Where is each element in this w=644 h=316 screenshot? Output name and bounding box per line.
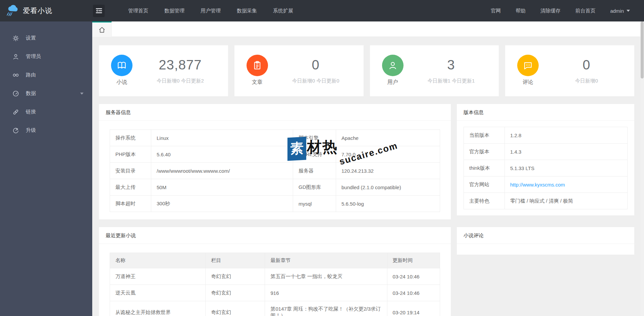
stat-sub: 今日新增0 xyxy=(549,78,624,84)
sidebar-item-upgrade[interactable]: 升级 xyxy=(0,121,92,140)
article-icon xyxy=(247,55,268,76)
official-site-link[interactable]: http://www.kyxscms.com xyxy=(510,182,565,188)
novel-update-time: 03-20 19:14 xyxy=(387,301,440,316)
cell-label: 安装目录 xyxy=(110,163,151,179)
novel-category: 奇幻玄幻 xyxy=(206,285,265,301)
stat-label: 文章 xyxy=(247,79,268,86)
sidebar-item-label: 升级 xyxy=(26,127,36,134)
column-header: 最新章节 xyxy=(265,253,387,268)
panel-title: 服务器信息 xyxy=(99,104,451,121)
cell-label: 官方网站 xyxy=(464,176,505,193)
cell-label: think版本 xyxy=(464,160,505,176)
cell-value: 120.24.213.32 xyxy=(336,163,440,179)
novel-name: 逆天云凰 xyxy=(110,285,206,301)
stat-card-novels: 小说 23,877 今日新增0 今日更新2 xyxy=(99,45,228,96)
column-header: 名称 xyxy=(110,253,206,268)
cell-label: mysql xyxy=(293,196,336,212)
version-info-table: 当前版本 1.2.8 官方版本 1.4.3 think版本 5.1.33 LTS xyxy=(464,127,628,209)
sidebar-item-label: 设置 xyxy=(26,35,36,41)
gear-icon xyxy=(12,35,19,42)
stat-value: 0 xyxy=(549,57,624,72)
cell-label: 主要特色 xyxy=(464,193,505,209)
data-gauge-icon xyxy=(12,90,19,97)
upgrade-icon xyxy=(12,127,19,134)
menu-item-sys-extend[interactable]: 系统扩展 xyxy=(265,0,301,21)
stat-label: 评论 xyxy=(517,79,539,86)
scrollbar-thumb[interactable] xyxy=(641,21,644,78)
chevron-down-icon xyxy=(80,93,84,95)
table-row[interactable]: 逆天云凰 奇幻玄幻 916 03-24 10:46 xyxy=(110,285,440,301)
chevron-down-icon xyxy=(627,10,630,12)
tab-home[interactable] xyxy=(92,21,112,37)
stat-value: 23,877 xyxy=(143,57,218,72)
username: admin xyxy=(610,8,624,14)
cell-value: 300秒 xyxy=(151,196,293,212)
navbar-right: 官网 帮助 清除缓存 前台首页 admin xyxy=(483,0,644,21)
cell-value: 5.6.40 xyxy=(151,146,293,163)
rain-cloud-icon xyxy=(6,4,19,17)
stat-value: 3 xyxy=(414,57,489,72)
dashboard-content: 小说 23,877 今日新增0 今日更新2 文章 xyxy=(92,37,644,316)
cell-value: 5.1.33 LTS xyxy=(505,160,628,176)
cell-label: 官方版本 xyxy=(464,144,505,160)
novel-name: 万道神王 xyxy=(110,268,206,285)
stat-value: 0 xyxy=(278,57,354,72)
brand[interactable]: 爱看小说 xyxy=(0,4,92,17)
cell-label: PHP版本 xyxy=(110,146,151,163)
stat-card-users: 用户 3 今日新增1 今日更新1 xyxy=(370,45,499,96)
panel-title: 小说评论 xyxy=(457,227,634,244)
sidebar-item-settings[interactable]: 设置 xyxy=(0,29,92,47)
menu-item-admin-home[interactable]: 管理首页 xyxy=(120,0,156,21)
stat-sub: 今日新增0 今日更新2 xyxy=(143,78,218,84)
sidebar: 设置 管理员 路由 数据 xyxy=(0,21,92,316)
menu-item-clear-cache[interactable]: 清除缓存 xyxy=(533,0,568,21)
table-row: 安装目录 /www/wwwroot/www.wwww.com/ 服务器 120.… xyxy=(110,163,440,179)
table-row: 操作系统 Linux 脚本引擎 Apache xyxy=(110,130,440,146)
book-icon xyxy=(111,55,132,76)
menu-item-front-home[interactable]: 前台首页 xyxy=(568,0,603,21)
tab-bar xyxy=(92,21,644,37)
menu-item-data-manage[interactable]: 数据管理 xyxy=(156,0,193,21)
user-dropdown[interactable]: admin xyxy=(603,8,630,14)
sidebar-item-label: 数据 xyxy=(26,90,36,97)
stat-card-articles: 文章 0 今日新增0 今日更新0 xyxy=(234,45,364,96)
table-row: 官方版本 1.4.3 xyxy=(464,144,628,160)
table-header-row: 名称 栏目 最新章节 更新时间 xyxy=(110,253,440,268)
sidebar-item-links[interactable]: 链接 xyxy=(0,103,92,121)
novel-category: 奇幻玄幻 xyxy=(206,268,265,285)
cell-label: 最大上传 xyxy=(110,179,151,196)
cell-value: bundled (2.1.0 compatible) xyxy=(336,179,440,196)
table-row: think版本 5.1.33 LTS xyxy=(464,160,628,176)
menu-item-official-site[interactable]: 官网 xyxy=(483,0,508,21)
table-row: 官方网站 http://www.kyxscms.com xyxy=(464,176,628,193)
novel-latest-chapter: 916 xyxy=(265,285,387,301)
cell-value: 1.2.8 xyxy=(505,127,628,144)
menu-item-user-manage[interactable]: 用户管理 xyxy=(193,0,229,21)
server-info-table: 操作系统 Linux 脚本引擎 Apache PHP版本 5.6.40 CURL… xyxy=(110,129,440,212)
table-row: 最大上传 50M GD图形库 bundled (2.1.0 compatible… xyxy=(110,179,440,196)
page-scrollbar[interactable] xyxy=(640,21,644,316)
cell-label: CURL支持 xyxy=(293,146,336,163)
recent-novels-panel: 最近更新小说 名称 栏目 最新章节 更新时间 xyxy=(99,227,451,316)
cell-value: Apache xyxy=(336,130,440,146)
sidebar-item-label: 路由 xyxy=(26,72,36,78)
panel-title: 最近更新小说 xyxy=(99,227,451,244)
cell-label: 操作系统 xyxy=(110,130,151,146)
sidebar-item-label: 链接 xyxy=(26,109,36,115)
stat-cards-row: 小说 23,877 今日新增0 今日更新2 文章 xyxy=(99,45,634,96)
cell-value: 5.6.50-log xyxy=(336,196,440,212)
sidebar-item-data[interactable]: 数据 xyxy=(0,84,92,103)
cell-label: 脚本超时 xyxy=(110,196,151,212)
stat-label: 小说 xyxy=(111,79,132,86)
table-row: 脚本超时 300秒 mysql 5.6.50-log xyxy=(110,196,440,212)
table-row[interactable]: 从诡秘之主开始拯救世界 奇幻玄幻 第0147章 周珏：狗改不了吃屎！（补欠更2/… xyxy=(110,301,440,316)
sidebar-collapse-button[interactable] xyxy=(93,5,105,17)
sidebar-item-routes[interactable]: 路由 xyxy=(0,66,92,84)
novel-update-time: 03-24 10:46 xyxy=(387,285,440,301)
table-row[interactable]: 万道神王 奇幻玄幻 第五百一十七章 一指出，蛟龙灭 03-24 10:46 xyxy=(110,268,440,285)
menu-item-help[interactable]: 帮助 xyxy=(508,0,533,21)
sidebar-item-admins[interactable]: 管理员 xyxy=(0,47,92,66)
user-icon xyxy=(382,55,404,76)
column-header: 更新时间 xyxy=(387,253,440,268)
menu-item-data-collect[interactable]: 数据采集 xyxy=(229,0,265,21)
